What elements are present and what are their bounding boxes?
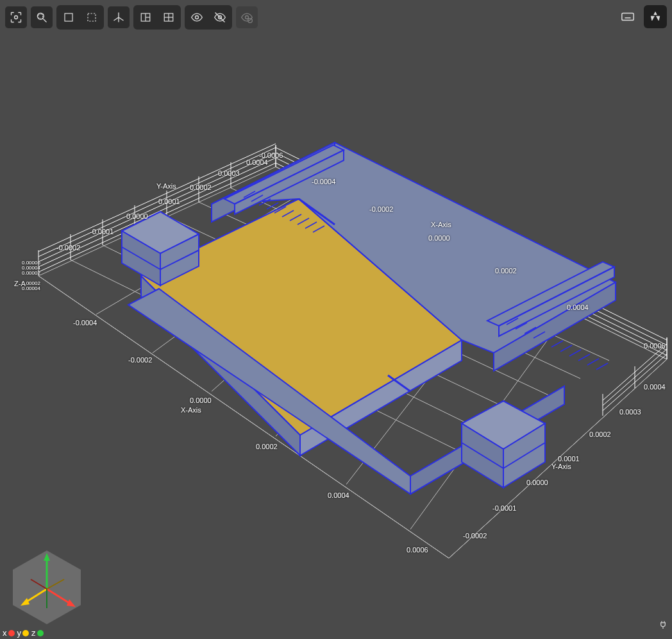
- tick-x: 0.0002: [495, 267, 517, 275]
- tick-x: 0.0004: [328, 491, 349, 499]
- tick-x: 0.0000: [428, 234, 450, 242]
- tick-z: 0.00002: [22, 270, 40, 276]
- tick-x: 0.0004: [567, 303, 589, 311]
- svg-point-102: [196, 16, 199, 19]
- svg-line-85: [578, 354, 590, 361]
- tick-x: 0.0006: [407, 546, 428, 554]
- tick-y: 0.0003: [619, 408, 641, 416]
- select-marquee-button[interactable]: [81, 6, 103, 28]
- svg-line-44: [603, 344, 667, 400]
- svg-point-105: [246, 16, 249, 19]
- tick-x: 0.0000: [190, 396, 212, 404]
- keyboard-shortcuts-button[interactable]: [617, 6, 639, 28]
- svg-rect-95: [88, 13, 96, 21]
- svg-point-90: [15, 16, 18, 19]
- svg-rect-93: [38, 14, 43, 19]
- appearance-button[interactable]: [644, 5, 667, 28]
- model-geometry: [122, 142, 616, 494]
- tick-y: -0.0001: [492, 504, 516, 512]
- tick-y: 0.0001: [558, 455, 580, 463]
- tick-x: -0.0002: [369, 205, 393, 213]
- svg-line-84: [569, 350, 581, 356]
- toolbar: [5, 5, 258, 30]
- axis-legend-z[interactable]: z: [31, 628, 44, 638]
- svg-rect-94: [65, 13, 72, 21]
- axis-letter-y: y: [17, 628, 22, 638]
- axis-dot-x: [8, 630, 15, 636]
- svg-line-43: [603, 349, 667, 405]
- select-box-button[interactable]: [58, 6, 80, 28]
- axis-legend-x[interactable]: x: [3, 628, 15, 638]
- axis-dot-z: [37, 630, 44, 636]
- axes-toggle-button[interactable]: [108, 6, 130, 28]
- tick-x: 0.0006: [644, 342, 666, 350]
- axis-title-x: X-Axis: [431, 221, 451, 228]
- tick-x: -0.0006: [259, 151, 283, 159]
- hide-button[interactable]: [209, 6, 231, 28]
- tick-y: -0.0001: [90, 228, 113, 235]
- connection-icon[interactable]: [658, 620, 668, 630]
- axis-title-x: X-Axis: [181, 406, 201, 414]
- svg-line-83: [560, 345, 572, 352]
- axis-letter-x: x: [3, 628, 7, 638]
- tick-y: 0.0002: [589, 430, 611, 438]
- toolbar-right: [617, 5, 667, 28]
- viewport-3d[interactable]: [0, 0, 672, 639]
- svg-line-87: [596, 363, 608, 370]
- tick-x: -0.0004: [73, 319, 97, 327]
- svg-line-86: [587, 359, 599, 365]
- show-button[interactable]: [186, 6, 208, 28]
- zoom-fit-button[interactable]: [5, 6, 27, 28]
- svg-rect-107: [622, 13, 634, 21]
- tick-y: 0.0000: [526, 479, 548, 486]
- axis-title-y: Y-Axis: [551, 463, 571, 470]
- visibility-settings-button[interactable]: [236, 6, 258, 28]
- svg-line-92: [44, 19, 47, 22]
- axis-dot-y: [22, 630, 29, 636]
- tick-x: -0.0002: [128, 356, 152, 364]
- tick-x: -0.0004: [312, 178, 335, 185]
- tick-y: 0.0004: [246, 158, 268, 166]
- selection-mode-group: [56, 5, 104, 30]
- tick-y: 0.0002: [190, 183, 212, 191]
- zoom-region-button[interactable]: [31, 6, 53, 28]
- axis-title-y: Y-Axis: [156, 182, 176, 190]
- tick-y: 0.0001: [158, 198, 180, 205]
- tick-y: 0.0003: [218, 169, 240, 177]
- tick-y: 0.0000: [126, 212, 148, 220]
- svg-line-42: [603, 354, 667, 411]
- visibility-group: [185, 5, 232, 30]
- tick-x: 0.0002: [256, 443, 278, 450]
- layout-group: [133, 5, 181, 30]
- axis-legend-y[interactable]: y: [17, 628, 29, 638]
- axis-legend: x y z: [0, 627, 49, 639]
- layout-quad-button[interactable]: [158, 6, 180, 28]
- tick-y: 0.0004: [644, 383, 666, 391]
- tick-z: 0.00004: [22, 285, 40, 291]
- tick-y: -0.0002: [463, 532, 487, 540]
- layout-split-button[interactable]: [135, 6, 156, 28]
- tick-y: -0.0002: [56, 244, 80, 251]
- orientation-widget[interactable]: [5, 544, 88, 627]
- axis-letter-z: z: [31, 628, 36, 638]
- svg-line-82: [551, 341, 563, 347]
